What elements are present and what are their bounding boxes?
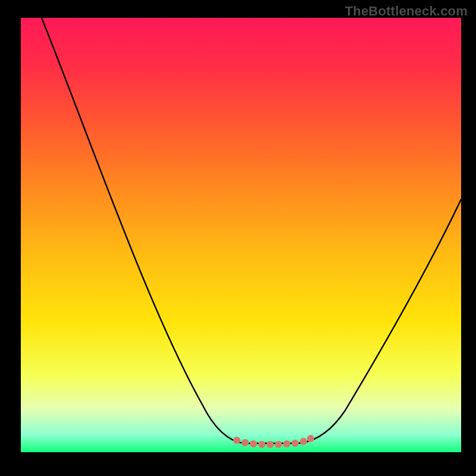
frame-bottom bbox=[0, 452, 476, 476]
svg-point-5 bbox=[275, 441, 282, 448]
frame-right bbox=[461, 0, 476, 476]
bottleneck-curve-chart bbox=[0, 0, 476, 476]
plot-background bbox=[21, 18, 461, 452]
svg-point-9 bbox=[307, 435, 314, 442]
svg-point-6 bbox=[283, 440, 290, 447]
svg-point-4 bbox=[267, 441, 274, 448]
svg-point-3 bbox=[258, 441, 265, 448]
frame-left bbox=[0, 0, 21, 476]
watermark-label: TheBottleneck.com bbox=[345, 4, 468, 19]
chart-container: TheBottleneck.com bbox=[0, 0, 476, 476]
svg-point-2 bbox=[250, 440, 257, 447]
svg-point-1 bbox=[242, 439, 249, 446]
svg-point-8 bbox=[300, 438, 307, 445]
svg-point-0 bbox=[233, 437, 240, 444]
svg-point-7 bbox=[292, 440, 299, 447]
